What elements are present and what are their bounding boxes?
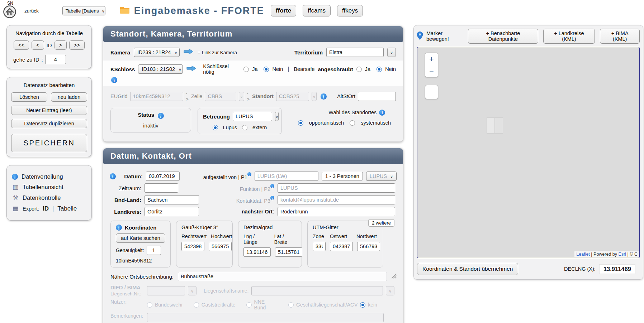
karte-suchen-button[interactable]: auf Karte suchen — [116, 233, 165, 243]
kschluessel-ja-radio[interactable] — [243, 67, 249, 72]
utm-col3: Nordwert — [356, 233, 377, 239]
app-button-fforte[interactable]: fforte — [271, 5, 296, 16]
id-label: ID — [47, 42, 52, 48]
page: SN zurück Tabelle [Datens E — [0, 0, 644, 323]
kschloss-select[interactable]: ID103 : 21S02 — [138, 64, 183, 74]
p3-label: Kontaktdat. P3 — [218, 196, 274, 204]
next-record-button[interactable]: > — [55, 40, 67, 50]
datum-panel-title: Datum, Kontakt, Ort — [103, 148, 403, 164]
goto-id-input[interactable] — [45, 55, 66, 64]
info-icon[interactable] — [321, 93, 327, 100]
info-icon[interactable] — [158, 113, 164, 119]
goto-id-link[interactable]: gehe zu ID — [13, 57, 39, 63]
kschluessel-nein-radio[interactable] — [264, 67, 269, 72]
info-icon[interactable] — [379, 110, 385, 116]
lat-input[interactable] — [275, 247, 302, 257]
arrow-text: -> — [247, 91, 250, 102]
bima-kml-button[interactable]: + BIMA (KML) — [600, 29, 640, 44]
info-icon[interactable] — [270, 196, 274, 200]
info-icon[interactable] — [247, 172, 251, 176]
bndland-label: Bnd-Land: — [110, 197, 141, 203]
weitere-button[interactable]: 2 weitere — [368, 219, 394, 227]
kschloss-link-arrow-icon[interactable] — [186, 65, 197, 73]
esri-link[interactable]: Esri — [619, 252, 626, 257]
edit-panel: Datensatz bearbeiten Löschen neu laden N… — [6, 77, 92, 157]
link-datenverteilung[interactable]: Datenverteilung — [12, 173, 86, 180]
p3-input[interactable] — [278, 195, 395, 204]
info-icon[interactable] — [110, 173, 116, 179]
zelle-label: Zelle — [191, 93, 202, 99]
zeitraum-input[interactable] — [145, 183, 178, 193]
info-icon[interactable] — [111, 77, 117, 83]
info-icon[interactable] — [270, 184, 274, 188]
duplicate-button[interactable]: Datensatz duplizieren — [11, 119, 87, 128]
betreuung-input[interactable] — [233, 112, 272, 121]
ostwert-input[interactable] — [330, 242, 353, 251]
home-icon[interactable] — [3, 5, 16, 20]
save-button[interactable]: SPEICHERN — [11, 134, 87, 152]
leaflet-link[interactable]: Leaflet — [576, 252, 590, 257]
last-record-button[interactable]: >> — [69, 40, 85, 50]
app-button-ffkeys[interactable]: ffkeys — [337, 5, 363, 16]
p1-input[interactable] — [255, 172, 318, 181]
link-label: Datenverteilung — [22, 173, 63, 180]
table-select[interactable]: Tabelle [Datens — [62, 6, 105, 15]
chevron-down-icon — [390, 173, 393, 179]
p2-input[interactable] — [278, 183, 395, 193]
first-record-button[interactable]: << — [14, 40, 29, 50]
map-attribution: Leaflet | Powered by Esri | © C — [574, 251, 639, 257]
apply-coordinates-button[interactable]: Koordinaten & Standort übernehmen — [417, 263, 518, 275]
export-id-link[interactable]: ID — [43, 205, 49, 212]
chevron-down-icon — [313, 93, 316, 100]
link-datenkontrolle[interactable]: ⚒ Datenkontrolle — [12, 194, 86, 202]
links-panel: Datenverteilung ▦ Tabellenansicht ⚒ Date… — [6, 165, 92, 221]
territorium-input[interactable] — [326, 48, 384, 57]
declng-value: 13.911469 — [599, 264, 635, 274]
wahl-opportunistisch-radio[interactable] — [298, 120, 303, 126]
prev-record-button[interactable]: < — [32, 40, 44, 50]
nutzer-kein-radio — [360, 302, 365, 308]
app-button-ffcams[interactable]: ffcams — [303, 5, 331, 16]
genauigkeit-input[interactable] — [147, 246, 161, 255]
betreuung-dropdown-button[interactable] — [275, 112, 279, 121]
landkreis-input[interactable] — [145, 207, 199, 216]
datum-input[interactable] — [146, 172, 180, 181]
betreuung-extern-radio[interactable] — [242, 125, 247, 130]
bndland-input[interactable] — [145, 195, 199, 204]
delete-button[interactable]: Löschen — [11, 92, 47, 102]
export-table-link[interactable]: Tabelle — [57, 205, 77, 212]
p1-select[interactable]: LUPUS (LW — [366, 172, 397, 181]
reload-button[interactable]: neu laden — [51, 92, 87, 102]
altstort-input[interactable] — [358, 92, 396, 101]
lng-input[interactable] — [243, 247, 271, 257]
home-wrap: SN — [3, 1, 23, 21]
map-layer-button[interactable] — [425, 85, 438, 99]
landkreise-kml-button[interactable]: + Landkreise (KML) — [543, 29, 595, 44]
zone-input[interactable] — [313, 242, 326, 251]
wahl-systematisch-radio[interactable] — [350, 120, 355, 126]
betreuung-lupus-radio[interactable] — [213, 125, 218, 130]
info-icon — [12, 174, 18, 180]
resize-handle-icon[interactable] — [391, 273, 397, 280]
rechtswert-input[interactable] — [181, 242, 204, 251]
personen-box[interactable]: 1 - 3 Personen — [322, 172, 363, 180]
camera-link-arrow-icon[interactable] — [183, 48, 194, 56]
datenpunkte-button[interactable]: + Benachbarte Datenpunkte — [468, 29, 538, 44]
zoom-in-button[interactable]: + — [425, 53, 438, 65]
bearsafe-nein-radio[interactable] — [377, 67, 382, 72]
bearsafe-ja-radio[interactable] — [356, 67, 362, 72]
territorium-dropdown-button[interactable] — [387, 48, 396, 57]
ortsbeschreibung-input[interactable] — [178, 272, 387, 281]
link-tabellenansicht[interactable]: ▦ Tabellenansicht — [12, 183, 86, 191]
kamera-select[interactable]: ID239 : 21R24 — [134, 48, 180, 57]
new-entry-button[interactable]: Neuer Eintrag (leer) — [11, 106, 87, 115]
info-icon[interactable] — [116, 225, 122, 231]
naechster-ort-input[interactable] — [278, 207, 395, 216]
map-canvas[interactable]: + − Leaflet | Powered by Esri | © C — [417, 47, 640, 258]
hochwert-input[interactable] — [209, 242, 232, 251]
back-link[interactable]: zurück — [24, 8, 39, 14]
kschluessel-ja-label: Ja — [252, 66, 257, 72]
zoom-out-button[interactable]: − — [425, 65, 438, 77]
status-label: Status — [138, 112, 154, 118]
nordwert-input[interactable] — [357, 242, 380, 251]
